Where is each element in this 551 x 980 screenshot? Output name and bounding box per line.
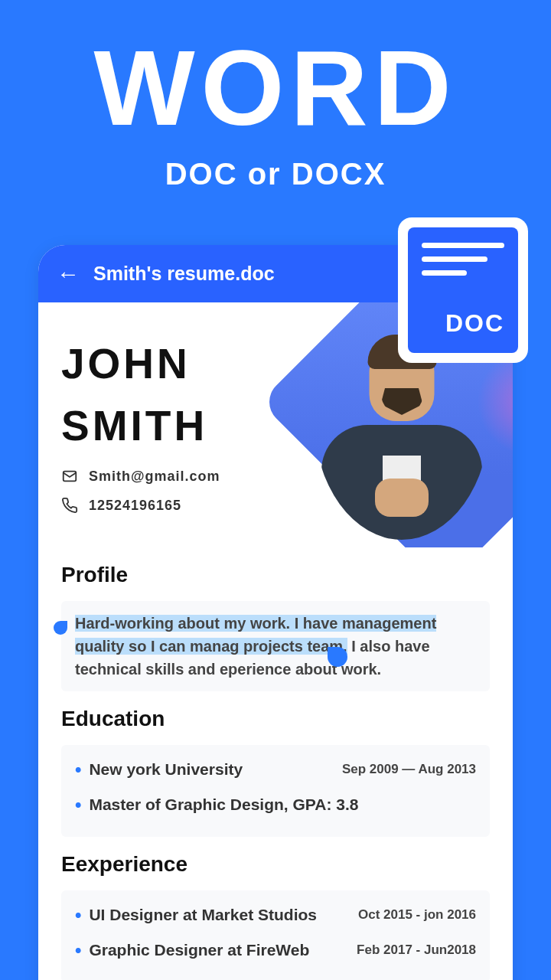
experience-item-text: Graphic Designer at FireWeb <box>75 936 309 964</box>
experience-item-date: Oct 2015 - jon 2016 <box>358 905 476 925</box>
back-arrow-icon[interactable]: ← <box>57 261 80 287</box>
doc-badge-label: DOC <box>422 309 504 338</box>
list-item: Master of Graphic Design, GPA: 3.8 <box>75 791 476 818</box>
list-item: New york University Sep 2009 — Aug 2013 <box>75 756 476 783</box>
education-item-text: New york University <box>75 756 243 783</box>
experience-box: UI Designer at Market Studios Oct 2015 -… <box>61 890 490 980</box>
hero-subtitle: DOC or DOCX <box>0 157 551 191</box>
list-item: UI Designer at Market Studios Oct 2015 -… <box>75 901 476 929</box>
experience-section-title: Eexperience <box>61 852 490 877</box>
document-filename: Smith's resume.doc <box>93 263 275 285</box>
mail-icon <box>61 468 78 485</box>
resume-phone: 12524196165 <box>89 498 181 514</box>
hero-title: WORD <box>0 34 551 142</box>
list-item: Graphic Designer at FireWeb Feb 2017 - J… <box>75 936 476 964</box>
selection-handle-left-icon[interactable] <box>54 621 67 635</box>
profile-text[interactable]: Hard-working about my work. I have manag… <box>61 601 490 691</box>
selection-handle-right-icon[interactable] <box>328 647 347 667</box>
resume-first-name: JOHN <box>61 341 220 387</box>
experience-item-date: Feb 2017 - Jun2018 <box>357 940 476 960</box>
education-item-text: Master of Graphic Design, GPA: 3.8 <box>75 791 358 818</box>
education-item-date: Sep 2009 — Aug 2013 <box>342 760 476 779</box>
resume-email: Smith@gmail.com <box>89 469 220 485</box>
phone-icon <box>61 497 78 514</box>
experience-item-text: UI Designer at Market Studios <box>75 901 317 929</box>
profile-section-title: Profile <box>61 563 490 587</box>
document-icon <box>422 243 504 284</box>
doc-badge: DOC <box>398 217 528 363</box>
education-section-title: Education <box>61 707 490 731</box>
resume-last-name: SMITH <box>61 403 220 449</box>
education-box: New york University Sep 2009 — Aug 2013 … <box>61 745 490 837</box>
